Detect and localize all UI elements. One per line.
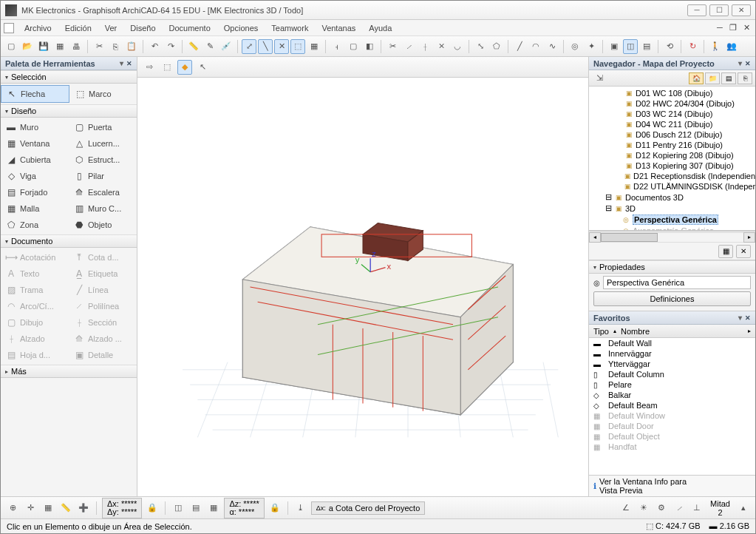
tool-acotacin[interactable]: ⟼Acotación <box>1 249 69 266</box>
toggle-3-icon[interactable]: ▦ <box>206 501 221 516</box>
snap-2-icon[interactable]: ╲ <box>258 39 273 54</box>
measure-icon[interactable]: 📏 <box>186 39 201 54</box>
tree-item[interactable]: ▣D12 Kopiering 208 (Dibujo) <box>589 150 755 160</box>
tool-muroc[interactable]: ▥Muro C... <box>69 200 137 217</box>
view-3-icon[interactable]: ▤ <box>639 39 654 54</box>
close-button[interactable]: ✕ <box>732 4 751 16</box>
navigator-tree[interactable]: ▣D01 WC 108 (Dibujo)▣D02 HWC 204/304 (Di… <box>589 87 755 231</box>
paste-icon[interactable]: 📋 <box>124 39 139 54</box>
tool-alzado[interactable]: ⟰Alzado ... <box>69 331 137 347</box>
print-icon[interactable]: 🖶 <box>69 39 84 54</box>
navigator-close-icon[interactable]: ✕ <box>745 60 751 67</box>
view-2-icon[interactable]: ◫ <box>623 39 638 54</box>
maximize-button[interactable]: ☐ <box>709 4 729 16</box>
tool-puerta[interactable]: ▢Puerta <box>69 119 137 135</box>
grid-icon[interactable]: ▦ <box>307 39 321 54</box>
tool-marco[interactable]: ⬚Marco <box>69 85 137 103</box>
fav-item[interactable]: ▦Default Door <box>589 421 755 431</box>
tree-item[interactable]: ▣D04 WC 211 (Dibujo) <box>589 119 755 129</box>
tool-viga[interactable]: ◇Viga <box>1 168 69 184</box>
tool-arcoc[interactable]: ◠Arco/Cí... <box>1 298 69 314</box>
menu-archivo[interactable]: Archivo <box>18 22 58 34</box>
tool-b-icon[interactable]: ◧ <box>362 39 377 54</box>
adjust-icon[interactable]: ⟊ <box>418 39 432 54</box>
navigator-pin-icon[interactable]: ▾ <box>738 59 742 67</box>
nav-tab-project[interactable]: 🏠 <box>689 72 704 84</box>
curve-icon[interactable]: ∿ <box>545 39 559 54</box>
align-icon[interactable]: ⫞ <box>330 39 344 54</box>
tool-pilar[interactable]: ▯Pilar <box>69 168 137 184</box>
fav-item[interactable]: ▯Pelare <box>589 379 755 390</box>
minimize-button[interactable]: ─ <box>687 4 706 16</box>
inject-icon[interactable]: 💉 <box>219 39 234 54</box>
navigator-header[interactable]: Navegador - Mapa del Proyecto ▾ ✕ <box>589 57 755 70</box>
tree-item[interactable]: ▣D06 Dusch 212 (Dibujo) <box>589 129 755 140</box>
plus-icon[interactable]: ➕ <box>76 501 91 516</box>
snap-4-icon[interactable]: ⬚ <box>290 39 305 54</box>
favoritos-close-icon[interactable]: ✕ <box>745 314 751 322</box>
snap-opts-icon[interactable]: ⚙ <box>654 501 669 516</box>
tool-trama[interactable]: ▨Trama <box>1 282 69 298</box>
mdi-close[interactable]: ✕ <box>740 23 752 33</box>
fav-item[interactable]: ▬Ytterväggar <box>589 359 755 369</box>
new-icon[interactable]: ▢ <box>4 39 18 54</box>
fillet-icon[interactable]: ◡ <box>450 39 465 54</box>
menu-documento[interactable]: Documento <box>163 22 217 34</box>
suspend-icon[interactable]: ◎ <box>568 39 582 54</box>
menu-ayuda[interactable]: Ayuda <box>363 22 398 34</box>
favoritos-header[interactable]: Favoritos ▾ ✕ <box>589 311 755 325</box>
tool-cubierta[interactable]: ◢Cubierta <box>1 152 69 168</box>
col-tipo[interactable]: Tipo <box>593 327 609 336</box>
mdi-minimize[interactable]: ─ <box>714 23 726 33</box>
fav-item[interactable]: ▦Handfat <box>589 442 755 452</box>
tool-texto[interactable]: ATexto <box>1 266 69 282</box>
toggle-2-icon[interactable]: ▤ <box>188 501 203 516</box>
tool-hojad[interactable]: ▤Hoja d... <box>1 347 69 363</box>
sun-icon[interactable]: ☀ <box>636 501 651 516</box>
tool-etiqueta[interactable]: A̲Etiqueta <box>69 266 137 282</box>
tree-item[interactable]: ▣D02 HWC 204/304 (Dibujo) <box>589 98 755 109</box>
plot-icon[interactable]: ▦ <box>52 39 67 54</box>
trim-icon[interactable]: ✂ <box>385 39 400 54</box>
tool-detalle[interactable]: ▣Detalle <box>69 347 137 363</box>
menu-diseno[interactable]: Diseño <box>124 22 161 34</box>
tree-docs3d[interactable]: ⊟▣Documentos 3D <box>589 192 755 203</box>
menu-ver[interactable]: Ver <box>99 22 123 34</box>
nav-delete-icon[interactable]: ✕ <box>736 245 751 258</box>
fav-item[interactable]: ▬Default Wall <box>589 338 755 348</box>
step-up-icon[interactable]: ▴ <box>736 501 751 516</box>
fav-item[interactable]: ▦Default Window <box>589 410 755 421</box>
view-1-icon[interactable]: ▣ <box>607 39 622 54</box>
cut-icon[interactable]: ✂ <box>92 39 106 54</box>
eyedrop-icon[interactable]: ✎ <box>202 39 217 54</box>
tree-item[interactable]: ▣D22 UTLÄMNINGSDISK (Independiente) <box>589 181 755 192</box>
toolbox-pin-icon[interactable]: ▾ <box>120 59 123 67</box>
undo-icon[interactable]: ↶ <box>147 39 162 54</box>
section-diseno[interactable]: Diseño <box>1 104 137 118</box>
vp-marquee-icon[interactable]: ⬚ <box>160 60 174 75</box>
split-icon[interactable]: ⟋ <box>401 39 416 54</box>
vp-arrow-icon[interactable]: ⇨ <box>142 60 157 75</box>
col-more-icon[interactable]: ▸ <box>748 328 751 334</box>
tree-axo[interactable]: ◎Axonometría Genérica <box>589 226 755 231</box>
intersect-icon[interactable]: ⨯ <box>434 39 449 54</box>
scroll-right-icon[interactable]: ▸ <box>743 232 755 243</box>
toolbox-close-icon[interactable]: ✕ <box>126 60 132 67</box>
teamwork-icon[interactable]: 👥 <box>724 39 739 54</box>
toggle-1-icon[interactable]: ◫ <box>171 501 185 516</box>
menu-teamwork[interactable]: Teamwork <box>265 22 314 34</box>
vp-cursor-icon[interactable]: ↖ <box>195 60 210 75</box>
gravity-icon[interactable]: ⤓ <box>293 501 308 516</box>
tool-lnea[interactable]: ╱Línea <box>69 282 137 298</box>
fav-item[interactable]: ◇Default Beam <box>589 400 755 410</box>
redo-icon[interactable]: ↷ <box>163 39 178 54</box>
snap-1-icon[interactable]: ⤢ <box>242 39 256 54</box>
lock-xy-icon[interactable]: 🔒 <box>145 501 160 516</box>
tool-dibujo[interactable]: ▢Dibujo <box>1 314 69 331</box>
fav-item[interactable]: ◇Balkar <box>589 390 755 400</box>
fav-item[interactable]: ▯Default Column <box>589 369 755 379</box>
menu-ventanas[interactable]: Ventanas <box>316 22 361 34</box>
resize-icon[interactable]: ⤡ <box>473 39 488 54</box>
toolbox-header[interactable]: Paleta de Herramientas ▾ ✕ <box>1 57 137 70</box>
nav-tab-layouts[interactable]: ▤ <box>721 72 736 84</box>
